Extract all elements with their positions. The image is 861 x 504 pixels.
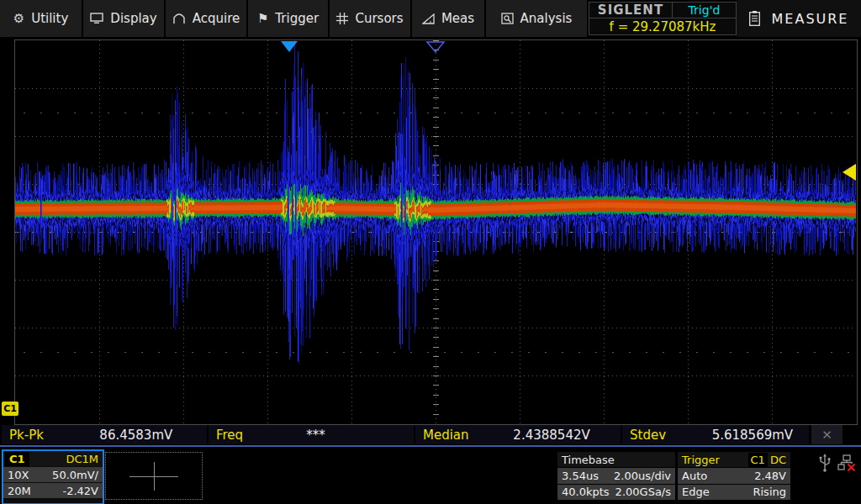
measurement-value: 2.4388542V [513, 428, 589, 443]
clipboard-icon [749, 11, 760, 26]
measurement-freq[interactable]: Freq *** [209, 425, 414, 444]
ruler-icon [422, 13, 435, 24]
gear-icon: ⚙ [13, 11, 24, 26]
menu-trigger[interactable]: ⚑ Trigger [248, 0, 328, 37]
menu-cursors-label: Cursors [355, 11, 403, 26]
trigger-title: Trigger [682, 454, 720, 466]
divider-line [0, 445, 861, 447]
channel-offset-tag[interactable]: C1 [2, 402, 18, 416]
trigger-level-marker[interactable] [843, 164, 856, 181]
measurement-value: *** [306, 428, 325, 443]
acquire-icon [172, 13, 186, 24]
display-icon [90, 13, 103, 24]
trigger-position-marker[interactable] [281, 41, 298, 52]
top-menu-bar: ⚙ Utility Display Acquire ⚑ Trigger Curs… [0, 0, 861, 37]
measurement-label: Freq [209, 428, 306, 443]
menu-analysis-label: Analysis [520, 11, 573, 26]
timebase-scale: 2.00us/div [614, 470, 671, 482]
menu-panel-header[interactable]: MEASURE [737, 0, 861, 37]
flag-icon: ⚑ [257, 11, 268, 26]
measurement-value: 86.4583mV [99, 428, 172, 443]
measurement-label: Pk-Pk [2, 428, 99, 443]
menu-display[interactable]: Display [83, 0, 164, 37]
menu-utility-label: Utility [31, 11, 68, 26]
channel-coupling: DC1M [66, 453, 101, 465]
channel-scale: 50.0mV/ [52, 469, 98, 481]
channel-bandwidth: 20M [8, 485, 31, 497]
channel-offset: -2.42V [62, 485, 98, 497]
analysis-icon [501, 13, 514, 24]
menu-trigger-label: Trigger [275, 11, 319, 26]
menu-panel-title: MEASURE [772, 11, 849, 27]
timebase-title: Timebase [562, 454, 615, 466]
menu-utility[interactable]: ⚙ Utility [0, 0, 82, 37]
usb-icon[interactable] [817, 453, 832, 473]
menu-acquire[interactable]: Acquire [166, 0, 246, 37]
trigger-status-badge: Trig'd [673, 3, 736, 18]
menu-analysis[interactable]: Analysis [486, 0, 587, 37]
measurement-close-button[interactable]: ✕ [811, 425, 843, 444]
menu-display-label: Display [110, 11, 156, 26]
timebase-samplerate: 2.00GSa/s [615, 486, 671, 498]
channel-name-chip: C1 [5, 452, 29, 466]
menu-cursors[interactable]: Cursors [330, 0, 410, 37]
trigger-type: Edge [682, 486, 710, 498]
menu-meas-label: Meas [441, 11, 474, 26]
trigger-level: 2.48V [754, 470, 786, 482]
channel1-descriptor-box[interactable]: C1 DC1M 10X 50.0mV/ 20M -2.42V [2, 449, 104, 504]
plus-icon [154, 462, 155, 491]
brand-logo: SIGLENT [589, 3, 673, 18]
measurement-stdev[interactable]: Stdev 5.618569mV [622, 425, 809, 444]
measurement-bar: Pk-Pk 86.4583mV Freq *** Median 2.438854… [0, 425, 861, 444]
waveform-canvas[interactable] [15, 40, 856, 423]
graticule-frame [14, 39, 858, 425]
measurement-median[interactable]: Median 2.4388542V [415, 425, 621, 444]
add-channel-placeholder[interactable] [105, 452, 203, 500]
measurement-pkpk[interactable]: Pk-Pk 86.4583mV [2, 425, 207, 444]
trigger-coupling: DC [770, 454, 786, 466]
menu-acquire-label: Acquire [193, 11, 240, 26]
measurement-value: 5.618569mV [712, 428, 793, 443]
trigger-descriptor-box[interactable]: Trigger C1 DC Auto 2.48V Edge Rising [678, 452, 790, 501]
trigger-slope: Rising [753, 486, 786, 498]
status-block: SIGLENT Trig'd f = 29.27087kHz [589, 2, 737, 35]
measurement-label: Median [415, 428, 513, 443]
horizontal-ref-marker[interactable] [426, 41, 445, 53]
frequency-counter: f = 29.27087kHz [589, 18, 736, 34]
menu-meas[interactable]: Meas [412, 0, 484, 37]
channel-probe: 10X [8, 469, 29, 481]
trigger-source-chip: C1 [748, 453, 768, 467]
lan-disconnected-icon[interactable] [837, 453, 857, 473]
timebase-delay: 3.54us [562, 470, 599, 482]
timebase-descriptor-box[interactable]: Timebase 3.54us 2.00us/div 40.0kpts 2.00… [557, 452, 675, 501]
trigger-mode: Auto [682, 470, 707, 482]
measurement-label: Stdev [622, 428, 712, 443]
oscilloscope-screen: ⚙ Utility Display Acquire ⚑ Trigger Curs… [0, 0, 861, 504]
timebase-points: 40.0kpts [562, 486, 610, 498]
cursors-icon [336, 13, 348, 24]
